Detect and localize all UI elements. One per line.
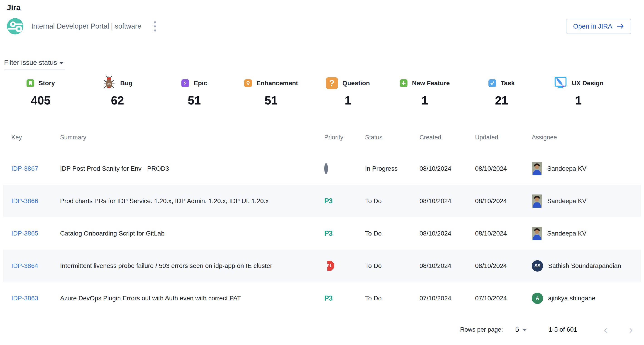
priority-p1-icon: P1	[324, 261, 334, 271]
priority-p3-icon: P3	[324, 197, 332, 205]
jira-plugin-card: Jira Internal Developer Portal | softwar…	[0, 0, 644, 335]
no-priority-ring-icon	[324, 163, 328, 174]
issue-summary: Prod charts PRs for IDP Service: 1.20.x,…	[60, 197, 324, 205]
counter-new-feature: New Feature 1	[386, 76, 463, 107]
issue-updated: 08/10/2024	[475, 165, 532, 172]
issue-created: 08/10/2024	[420, 262, 475, 270]
svg-text:</>: </>	[107, 82, 111, 86]
counter-story: Story 405	[2, 76, 79, 107]
issue-key-link[interactable]: IDP-3863	[11, 295, 38, 302]
epic-icon	[182, 79, 189, 87]
issue-summary: Intermittent liveness probe failure / 50…	[60, 262, 324, 270]
counter-epic: Epic 51	[156, 76, 233, 107]
task-icon	[488, 79, 496, 87]
question-icon: ?	[326, 77, 338, 89]
rows-per-page-select[interactable]: 5	[514, 325, 528, 334]
bug-count: 62	[111, 94, 124, 107]
issue-status: To Do	[365, 230, 420, 237]
rows-per-page-label: Rows per page:	[460, 326, 503, 333]
open-in-jira-button[interactable]: Open in JIRA	[566, 19, 631, 34]
counter-enhancement: Enhancement 51	[233, 76, 310, 107]
issue-status: To Do	[365, 262, 420, 270]
issue-summary: Catalog Onboarding Script for GitLab	[60, 230, 324, 237]
issue-status: To Do	[365, 295, 420, 302]
kebab-menu-button[interactable]	[152, 19, 158, 34]
filter-issue-status-select[interactable]: Filter issue status	[4, 59, 65, 70]
chevron-down-icon	[523, 329, 527, 331]
table-row: IDP-3867 IDP Post Prod Sanity for Env - …	[3, 152, 641, 185]
enhancement-icon	[244, 79, 252, 87]
entity-name: Internal Developer Portal | software	[31, 22, 141, 30]
assignee-name: ajinkya.shingane	[548, 295, 596, 302]
ux-design-icon	[553, 76, 567, 90]
new-feature-count: 1	[422, 94, 428, 107]
issue-status: In Progress	[365, 165, 420, 172]
counter-bug: </> Bug 62	[79, 76, 156, 107]
entity-header: Internal Developer Portal | software Ope…	[7, 18, 631, 35]
new-feature-icon	[400, 79, 408, 87]
epic-count: 51	[188, 94, 201, 107]
issue-updated: 08/10/2024	[475, 197, 532, 205]
issue-created: 08/10/2024	[420, 165, 475, 172]
counter-question: ? Question 1	[310, 76, 386, 107]
counter-ux-design: UX Design 1	[540, 76, 617, 107]
bug-icon: </>	[102, 76, 116, 90]
priority-p3-icon: P3	[324, 294, 332, 302]
table-row: IDP-3865 Catalog Onboarding Script for G…	[3, 217, 641, 250]
next-page-button[interactable]: ›	[628, 324, 634, 335]
issue-summary: IDP Post Prod Sanity for Env - PROD3	[60, 165, 324, 172]
col-updated: Updated	[475, 134, 532, 141]
issue-key-link[interactable]: IDP-3867	[11, 165, 38, 172]
issue-key-link[interactable]: IDP-3865	[11, 230, 38, 237]
table-row: IDP-3863 Azure DevOps Plugin Errors out …	[3, 282, 641, 315]
issue-updated: 08/10/2024	[475, 230, 532, 237]
issue-created: 08/10/2024	[420, 197, 475, 205]
previous-page-button[interactable]: ‹	[602, 324, 609, 335]
avatar	[532, 162, 542, 175]
issue-created: 07/10/2024	[420, 295, 475, 302]
arrow-right-icon	[617, 23, 624, 29]
col-priority: Priority	[324, 134, 365, 141]
story-count: 405	[31, 94, 50, 107]
issue-updated: 08/10/2024	[475, 262, 532, 270]
col-created: Created	[420, 134, 475, 141]
pagination-bar: Rows per page: 5 1-5 of 601 ‹ ›	[0, 324, 634, 335]
issue-key-link[interactable]: IDP-3864	[11, 262, 38, 269]
filter-issue-status-label: Filter issue status	[4, 59, 57, 66]
enhancement-count: 51	[265, 94, 278, 107]
open-in-jira-label: Open in JIRA	[573, 23, 612, 30]
counter-task: Task 21	[463, 76, 540, 107]
issue-status: To Do	[365, 197, 420, 205]
entity-logo-icon	[7, 18, 24, 35]
col-summary: Summary	[60, 134, 324, 141]
avatar: SS	[532, 260, 543, 272]
col-assignee: Assignee	[532, 134, 641, 141]
issues-table: Key Summary Priority Status Created Upda…	[3, 134, 641, 315]
issue-summary: Azure DevOps Plugin Errors out with Auth…	[60, 295, 324, 302]
table-row: IDP-3864 Intermittent liveness probe fai…	[3, 250, 641, 282]
issue-type-counters: Story 405	[2, 76, 617, 107]
avatar	[532, 227, 542, 240]
col-status: Status	[365, 134, 420, 141]
table-row: IDP-3866 Prod charts PRs for IDP Service…	[3, 185, 641, 217]
table-header-row: Key Summary Priority Status Created Upda…	[3, 134, 641, 152]
assignee-name: Sandeepa KV	[547, 165, 586, 172]
question-count: 1	[345, 94, 351, 107]
ux-design-count: 1	[575, 94, 582, 107]
story-icon	[26, 79, 34, 87]
issue-updated: 07/10/2024	[475, 295, 532, 302]
issue-created: 08/10/2024	[420, 230, 475, 237]
col-key: Key	[11, 134, 60, 141]
assignee-name: Sandeepa KV	[547, 197, 586, 205]
avatar	[532, 195, 542, 208]
task-count: 21	[495, 94, 508, 107]
assignee-name: Sandeepa KV	[547, 230, 586, 237]
pagination-range: 1-5 of 601	[548, 326, 577, 333]
issue-key-link[interactable]: IDP-3866	[11, 197, 38, 204]
assignee-name: Sathish Soundarapandian	[548, 262, 621, 270]
page-title: Jira	[0, 0, 644, 12]
chevron-down-icon	[59, 62, 64, 64]
priority-p3-icon: P3	[324, 229, 332, 237]
avatar: A	[532, 293, 543, 304]
